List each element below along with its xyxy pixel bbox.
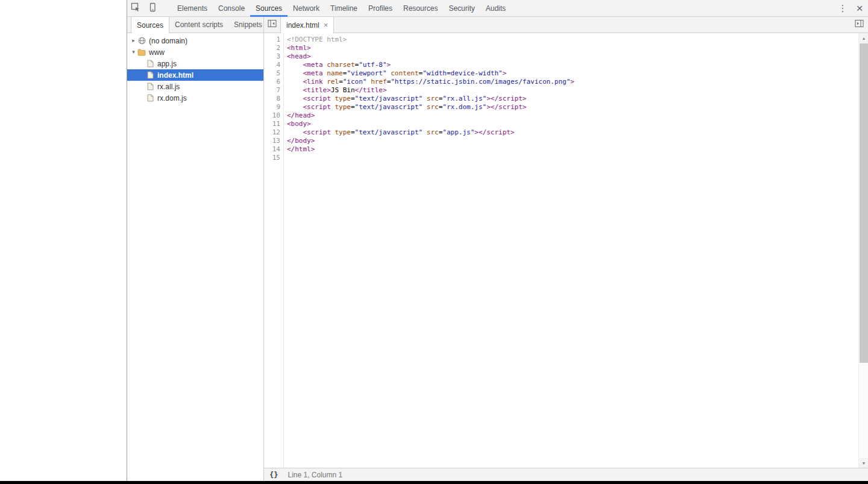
code-token: = bbox=[339, 78, 343, 86]
panel-tab-console[interactable]: Console bbox=[213, 0, 250, 16]
code-line-7[interactable]: <title>JS Bin</title> bbox=[287, 86, 868, 95]
line-number[interactable]: 1 bbox=[264, 36, 283, 44]
code-token: <body> bbox=[287, 120, 311, 128]
code-token: <script bbox=[303, 95, 331, 102]
file-tab-index-html[interactable]: index.html × bbox=[280, 17, 334, 33]
code-line-11[interactable]: <body> bbox=[287, 120, 868, 128]
expander-expanded-icon[interactable]: ▾ bbox=[130, 49, 137, 55]
scroll-up-button[interactable]: ▲ bbox=[859, 33, 868, 43]
code-token: "text/javascript" bbox=[355, 103, 423, 111]
code-token: type bbox=[335, 128, 351, 136]
code-token bbox=[287, 61, 303, 69]
sidebar-tabs: SourcesContent scriptsSnippets bbox=[127, 17, 264, 33]
code-line-14[interactable]: </html> bbox=[287, 145, 868, 154]
editor-tabstrip: index.html × bbox=[264, 17, 868, 33]
device-toolbar-button[interactable] bbox=[144, 0, 161, 16]
code-token bbox=[287, 78, 303, 86]
scrollbar-thumb[interactable] bbox=[860, 43, 868, 363]
line-number[interactable]: 7 bbox=[264, 86, 283, 95]
panel-tabs: ElementsConsoleSourcesNetworkTimelinePro… bbox=[172, 0, 511, 16]
code-token: src bbox=[427, 95, 439, 102]
panel-tab-network[interactable]: Network bbox=[288, 0, 325, 16]
code-token: = bbox=[351, 95, 355, 102]
code-line-3[interactable]: <head> bbox=[287, 52, 868, 61]
code-token: type bbox=[335, 103, 351, 111]
tree-item-label: index.html bbox=[157, 71, 193, 80]
code-line-12[interactable]: <script type="text/javascript" src="app.… bbox=[287, 128, 868, 137]
tree-item-app-js[interactable]: app.js bbox=[127, 58, 263, 69]
sidebar-tab-sources[interactable]: Sources bbox=[131, 17, 169, 33]
code-line-9[interactable]: <script type="text/javascript" src="rx.d… bbox=[287, 103, 868, 112]
code-token bbox=[287, 69, 303, 77]
tree-item-www[interactable]: ▾www bbox=[127, 46, 263, 58]
line-number[interactable]: 8 bbox=[264, 95, 283, 103]
sidebar-tab-snippets[interactable]: Snippets bbox=[228, 17, 268, 33]
tree-item-rx-dom-js[interactable]: rx.dom.js bbox=[127, 92, 263, 104]
tree-item-label: app.js bbox=[157, 60, 177, 68]
code-token bbox=[287, 86, 303, 94]
code-line-4[interactable]: <meta charset="utf-8"> bbox=[287, 61, 868, 69]
inspect-element-button[interactable] bbox=[127, 0, 144, 16]
more-options-icon: ⋮ bbox=[838, 4, 848, 13]
panel-tab-security[interactable]: Security bbox=[443, 0, 480, 16]
line-number[interactable]: 11 bbox=[264, 120, 283, 128]
dock-panel-button[interactable] bbox=[852, 17, 866, 33]
code-token bbox=[287, 103, 303, 111]
panel-tab-audits[interactable]: Audits bbox=[480, 0, 511, 16]
code-line-10[interactable]: </head> bbox=[287, 112, 868, 120]
line-number[interactable]: 3 bbox=[264, 52, 283, 61]
file-icon bbox=[145, 83, 155, 90]
line-number[interactable]: 10 bbox=[264, 112, 283, 120]
scroll-down-button[interactable]: ▼ bbox=[859, 458, 868, 468]
code-token: <meta bbox=[303, 61, 323, 69]
line-number[interactable]: 6 bbox=[264, 78, 283, 86]
pretty-print-button[interactable]: {} bbox=[269, 471, 278, 479]
panel-tab-resources[interactable]: Resources bbox=[398, 0, 443, 16]
expander-collapsed-icon[interactable]: ▸ bbox=[130, 38, 137, 43]
tree-item-no-domain[interactable]: ▸(no domain) bbox=[127, 35, 263, 46]
close-devtools-button[interactable]: × bbox=[851, 0, 868, 16]
code-line-1[interactable]: <!DOCTYPE html> bbox=[287, 36, 868, 44]
code-token: "rx.dom.js" bbox=[442, 103, 486, 111]
code-token: <html> bbox=[287, 44, 311, 52]
code-token: = bbox=[351, 103, 355, 111]
code-line-8[interactable]: <script type="text/javascript" src="rx.a… bbox=[287, 95, 868, 103]
panel-tab-sources[interactable]: Sources bbox=[250, 0, 288, 16]
code-token bbox=[287, 95, 303, 102]
hide-navigator-button[interactable] bbox=[264, 17, 280, 33]
panel-tab-timeline[interactable]: Timeline bbox=[325, 0, 363, 16]
panel-tab-profiles[interactable]: Profiles bbox=[363, 0, 398, 16]
tree-item-index-html[interactable]: index.html bbox=[127, 69, 263, 81]
line-number[interactable]: 15 bbox=[264, 154, 283, 162]
code-line-15[interactable] bbox=[287, 154, 868, 162]
vertical-scrollbar[interactable]: ▲ ▼ bbox=[858, 33, 868, 468]
code-token: > bbox=[387, 61, 391, 69]
code-token: JS Bin bbox=[331, 86, 355, 94]
tree-item-rx-all-js[interactable]: rx.all.js bbox=[127, 81, 263, 92]
more-options-button[interactable]: ⋮ bbox=[834, 0, 851, 16]
file-icon bbox=[145, 71, 155, 79]
file-tab-close-icon[interactable]: × bbox=[324, 21, 329, 29]
line-number[interactable]: 4 bbox=[264, 61, 283, 69]
code-line-6[interactable]: <link rel="icon" href="https://static.js… bbox=[287, 78, 868, 86]
code-line-13[interactable]: </body> bbox=[287, 137, 868, 145]
sidebar-tab-content-scripts[interactable]: Content scripts bbox=[169, 17, 228, 33]
sub-toolbar-row: SourcesContent scriptsSnippets index.htm… bbox=[127, 17, 868, 33]
line-number[interactable]: 9 bbox=[264, 103, 283, 112]
line-number[interactable]: 12 bbox=[264, 128, 283, 137]
code-token: name bbox=[327, 69, 343, 77]
line-number-gutter: 123456789101112131415 bbox=[264, 33, 284, 468]
line-number[interactable]: 5 bbox=[264, 69, 283, 78]
line-number[interactable]: 14 bbox=[264, 145, 283, 154]
code-lines: <!DOCTYPE html><html><head> <meta charse… bbox=[284, 33, 868, 468]
code-line-5[interactable]: <meta name="viewport" content="width=dev… bbox=[287, 69, 868, 78]
code-token: "rx.all.js" bbox=[442, 95, 486, 102]
code-token: src bbox=[427, 128, 439, 136]
line-number[interactable]: 2 bbox=[264, 44, 283, 52]
code-line-2[interactable]: <html> bbox=[287, 44, 868, 52]
line-number[interactable]: 13 bbox=[264, 137, 283, 145]
file-icon bbox=[145, 94, 155, 102]
code-area[interactable]: 123456789101112131415 <!DOCTYPE html><ht… bbox=[264, 33, 868, 468]
main-toolbar: ElementsConsoleSourcesNetworkTimelinePro… bbox=[127, 0, 868, 17]
panel-tab-elements[interactable]: Elements bbox=[172, 0, 213, 16]
